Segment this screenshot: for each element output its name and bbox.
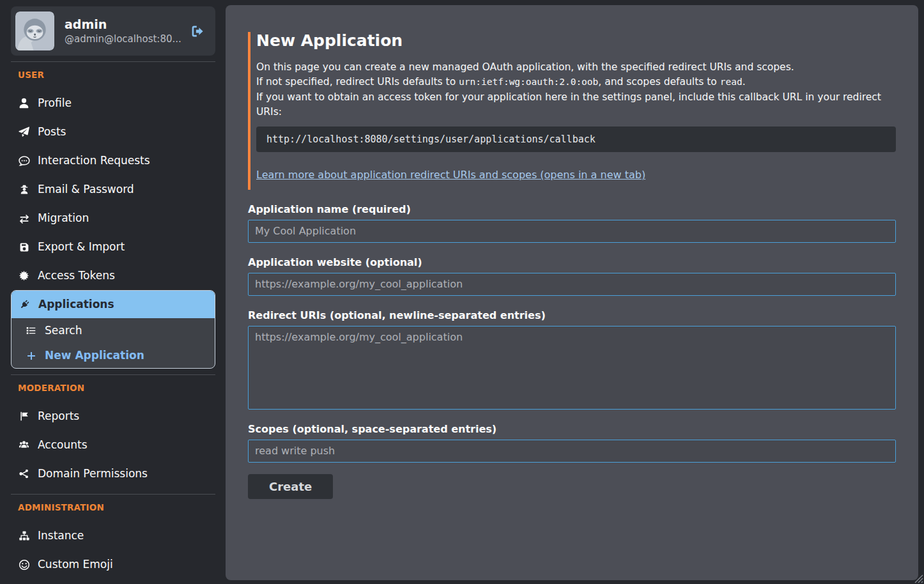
sidebar-item-instance[interactable]: Instance <box>11 521 215 550</box>
sidebar-item-accounts[interactable]: Accounts <box>11 431 215 459</box>
sidebar-item-label: Domain Permissions <box>38 466 148 481</box>
sidebar-item-label: Interaction Requests <box>38 153 150 168</box>
new-application-form: Application name (required) Application … <box>248 203 896 499</box>
page-title: New Application <box>256 32 896 50</box>
section-label-user: USER <box>18 70 215 80</box>
resize-grip-icon[interactable] <box>914 574 923 583</box>
sidebar-item-actions[interactable]: Actions <box>11 579 215 584</box>
sidebar-item-migration[interactable]: Migration <box>11 204 215 233</box>
sidebar-item-interaction-requests[interactable]: Interaction Requests <box>11 146 215 175</box>
user-name: admin <box>65 17 181 33</box>
redirect-uris-label: Redirect URIs (optional, newline-separat… <box>248 309 896 321</box>
sidebar-item-label: Custom Emoji <box>38 557 113 572</box>
paper-plane-icon <box>18 127 30 137</box>
callback-url-code-block: http://localhost:8080/settings/user/appl… <box>256 127 896 152</box>
application-name-label: Application name (required) <box>248 203 896 215</box>
plug-icon <box>19 299 31 310</box>
certificate-icon <box>18 270 30 281</box>
list-icon <box>25 325 37 336</box>
application-website-input[interactable] <box>248 273 896 296</box>
sidebar-item-label: Profile <box>38 96 72 111</box>
description-line-3: If you want to obtain an access token fo… <box>256 90 896 120</box>
sidebar-item-applications[interactable]: Applications <box>12 291 215 318</box>
application-name-input[interactable] <box>248 220 896 243</box>
description-line-2: If not specified, redirect URIs defaults… <box>256 75 896 90</box>
sidebar-divider <box>11 374 215 375</box>
sidebar-item-label: Instance <box>38 528 84 543</box>
sidebar-item-label: Posts <box>38 125 66 139</box>
sidebar-item-label: Email & Password <box>38 182 134 197</box>
user-icon <box>18 98 30 109</box>
sidebar-item-label: Search <box>45 323 82 338</box>
share-nodes-icon <box>18 468 30 479</box>
exchange-arrows-icon <box>18 213 30 224</box>
sidebar-divider <box>11 61 215 62</box>
sidebar-item-label: Applications <box>38 297 114 312</box>
settings-sidebar: admin @admin@localhost:80... USER Profil… <box>11 6 215 584</box>
plus-icon <box>25 351 37 361</box>
description-line-1: On this page you can create a new manage… <box>256 60 896 75</box>
sidebar-item-email-password[interactable]: Email & Password <box>11 175 215 204</box>
sidebar-item-new-application[interactable]: New Application <box>12 343 215 368</box>
sidebar-item-label: New Application <box>45 348 144 363</box>
applications-nav-group: Applications Search New Application <box>11 290 215 369</box>
flag-icon <box>18 411 30 422</box>
sidebar-item-profile[interactable]: Profile <box>11 89 215 118</box>
logout-icon[interactable] <box>187 21 208 42</box>
user-handle: @admin@localhost:80... <box>65 33 181 46</box>
scopes-label: Scopes (optional, space-separated entrie… <box>248 423 896 435</box>
sitemap-icon <box>18 530 30 541</box>
sidebar-item-domain-permissions[interactable]: Domain Permissions <box>11 459 215 488</box>
section-label-administration: ADMINISTRATION <box>18 502 215 512</box>
sidebar-item-access-tokens[interactable]: Access Tokens <box>11 261 215 290</box>
user-secret-icon <box>18 184 30 195</box>
application-website-label: Application website (optional) <box>248 256 896 268</box>
section-label-moderation: MODERATION <box>18 383 215 393</box>
sidebar-item-export-import[interactable]: Export & Import <box>11 233 215 261</box>
comment-dots-icon <box>18 155 30 167</box>
user-card[interactable]: admin @admin@localhost:80... <box>11 6 215 56</box>
sidebar-item-label: Export & Import <box>38 240 125 254</box>
sidebar-item-label: Migration <box>38 211 89 226</box>
sidebar-item-reports[interactable]: Reports <box>11 402 215 431</box>
smile-icon <box>18 559 30 571</box>
sidebar-item-label: Reports <box>38 409 79 424</box>
inline-code-read: read <box>720 77 743 87</box>
sidebar-item-applications-search[interactable]: Search <box>12 318 215 343</box>
inline-code-oob: urn:ietf:wg:oauth:2.0:oob <box>459 77 598 87</box>
sidebar-item-custom-emoji[interactable]: Custom Emoji <box>11 550 215 579</box>
new-application-info: New Application On this page you can cre… <box>248 32 896 190</box>
learn-more-link[interactable]: Learn more about application redirect UR… <box>256 169 645 181</box>
users-icon <box>18 440 30 450</box>
scopes-input[interactable] <box>248 440 896 463</box>
sidebar-divider <box>11 494 215 495</box>
create-button[interactable]: Create <box>248 474 333 499</box>
avatar <box>15 12 54 50</box>
sidebar-item-posts[interactable]: Posts <box>11 118 215 146</box>
sidebar-item-label: Accounts <box>38 438 88 452</box>
redirect-uris-textarea[interactable] <box>248 326 896 410</box>
floppy-save-icon <box>18 242 30 252</box>
sidebar-item-label: Access Tokens <box>38 268 115 283</box>
main-panel: New Application On this page you can cre… <box>226 5 918 580</box>
